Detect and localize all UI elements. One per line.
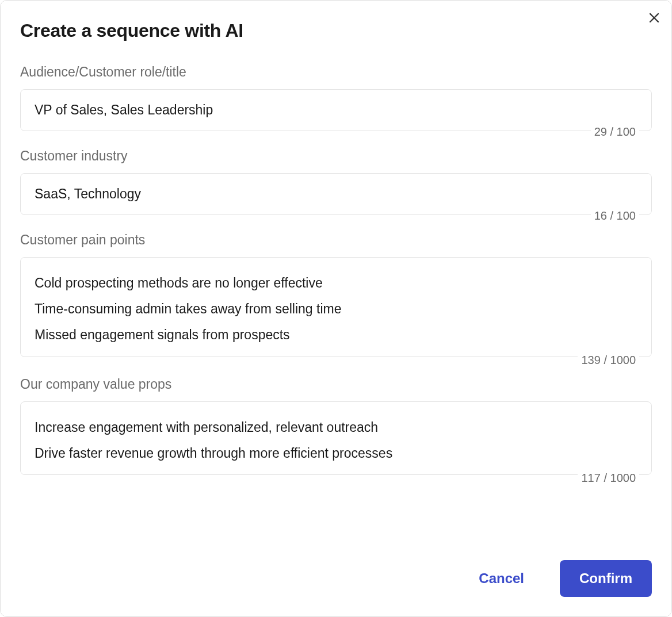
- pain-points-field-group: Customer pain points 139 / 1000: [20, 232, 652, 359]
- value-props-field-group: Our company value props 117 / 1000: [20, 377, 652, 477]
- value-props-label: Our company value props: [20, 377, 652, 392]
- audience-field-group: Audience/Customer role/title 29 / 100: [20, 64, 652, 131]
- cancel-button[interactable]: Cancel: [459, 560, 544, 597]
- industry-field-group: Customer industry 16 / 100: [20, 148, 652, 215]
- pain-points-label: Customer pain points: [20, 232, 652, 248]
- close-icon: [647, 11, 661, 25]
- modal-actions: Cancel Confirm: [459, 560, 652, 597]
- close-button[interactable]: [645, 9, 663, 27]
- modal-title: Create a sequence with AI: [20, 20, 652, 41]
- industry-char-count: 16 / 100: [591, 209, 639, 223]
- pain-points-textarea[interactable]: [20, 257, 652, 357]
- industry-label: Customer industry: [20, 148, 652, 164]
- audience-char-count: 29 / 100: [591, 125, 639, 139]
- pain-points-char-count: 139 / 1000: [578, 354, 639, 367]
- ai-sequence-modal: Create a sequence with AI Audience/Custo…: [0, 0, 672, 617]
- value-props-char-count: 117 / 1000: [578, 472, 639, 485]
- industry-input-wrapper: 16 / 100: [20, 173, 652, 215]
- industry-input[interactable]: [20, 173, 652, 215]
- value-props-input-wrapper: 117 / 1000: [20, 401, 652, 477]
- audience-label: Audience/Customer role/title: [20, 64, 652, 80]
- value-props-textarea[interactable]: [20, 401, 652, 475]
- audience-input[interactable]: [20, 89, 652, 131]
- confirm-button[interactable]: Confirm: [560, 560, 652, 597]
- pain-points-input-wrapper: 139 / 1000: [20, 257, 652, 359]
- audience-input-wrapper: 29 / 100: [20, 89, 652, 131]
